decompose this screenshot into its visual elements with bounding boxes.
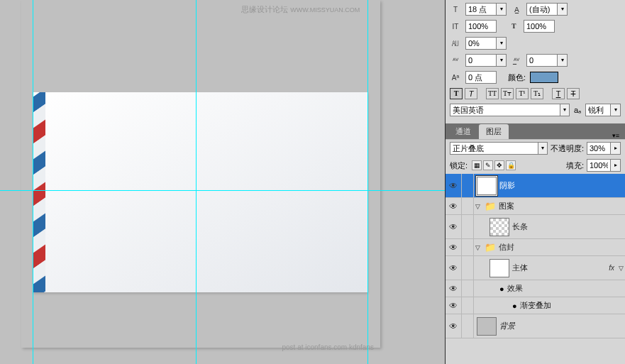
fx-expand-icon[interactable]: ▽ [619, 265, 624, 272]
tracking-v-icon: ᴬ̲ⱽ [511, 55, 522, 65]
hscale-icon: 𝐓 [508, 21, 519, 31]
layer-thumb[interactable] [490, 218, 509, 236]
tab-channels[interactable]: 通道 [448, 124, 478, 139]
opacity-combo[interactable]: ▸ [587, 142, 621, 155]
stripe-pattern [33, 92, 45, 292]
baseline-combo[interactable] [465, 71, 497, 84]
fx-badge[interactable]: fx [609, 264, 614, 272]
lock-transparent-button[interactable]: ▦ [472, 160, 482, 170]
layer-group-pattern[interactable]: 👁 ▽ 📁 图案 [446, 198, 625, 215]
underline-button[interactable]: T [552, 88, 565, 99]
chevron-down-icon[interactable]: ▾ [610, 104, 620, 116]
layer-group-envelope[interactable]: 👁 ▽ 📁 信封 [446, 239, 625, 256]
chevron-down-icon[interactable]: ▾ [496, 4, 506, 15]
chevron-down-icon[interactable]: ▾ [538, 143, 547, 154]
language-combo[interactable]: ▾ [450, 104, 570, 116]
bold-button[interactable]: T [450, 88, 463, 99]
leading-combo[interactable]: ▾ [526, 3, 568, 16]
superscript-button[interactable]: T¹ [516, 88, 529, 99]
lock-all-button[interactable]: 🔒 [506, 160, 516, 170]
character-panel: ⁠T ▾ ⁠A̲ ▾ IT 𝐓 ㍳ ▾ ᴬⱽ ▾ ᴬ̲ⱽ ▾ Aª 颜色: [445, 0, 625, 123]
guide-horizontal[interactable] [0, 190, 445, 191]
panel-menu-icon[interactable]: ▾≡ [612, 132, 619, 139]
tab-layers[interactable]: 图层 [479, 124, 509, 139]
layer-bar[interactable]: 👁 长条 [446, 215, 625, 239]
vscale-icon: IT [450, 21, 461, 31]
layers-panel: 通道 图层 ▾≡ ▾ 不透明度: ▸ 锁定: ▦ ✎ ✥ 🔒 填充: ▸ 👁 [445, 123, 625, 364]
lock-buttons: ▦ ✎ ✥ 🔒 [472, 160, 516, 170]
vscale-combo[interactable] [465, 20, 497, 33]
visibility-icon[interactable]: 👁 [446, 181, 461, 191]
kerning-combo[interactable]: ▾ [465, 54, 507, 67]
tracking-a-combo[interactable]: ▾ [465, 37, 507, 50]
kerning-icon: ᴬⱽ [450, 55, 461, 65]
panel-tabs: 通道 图层 ▾≡ [446, 123, 625, 139]
hscale-combo[interactable] [524, 20, 555, 33]
bullet-icon: ● [499, 285, 504, 293]
guide-vertical[interactable] [196, 0, 197, 364]
chevron-down-icon[interactable]: ▾ [557, 4, 567, 15]
strike-button[interactable]: T [567, 88, 580, 99]
chevron-down-icon[interactable]: ▾ [496, 38, 506, 49]
layer-background[interactable]: 👁 背景 [446, 314, 625, 338]
visibility-icon[interactable]: 👁 [446, 284, 461, 294]
visibility-icon[interactable]: 👁 [446, 263, 461, 273]
smallcaps-button[interactable]: Tᴛ [501, 88, 514, 99]
antialias-combo[interactable]: ▾ [585, 104, 621, 116]
italic-button[interactable]: T [465, 88, 477, 99]
lock-position-button[interactable]: ✥ [494, 160, 504, 170]
visibility-icon[interactable]: 👁 [446, 202, 461, 211]
chevron-down-icon[interactable]: ▸ [610, 143, 620, 154]
lock-label: 锁定: [450, 160, 468, 171]
layer-gradient-overlay[interactable]: 👁 ● 渐变叠加 [446, 297, 625, 314]
chevron-down-icon[interactable]: ▾ [560, 104, 569, 116]
envelope-body [33, 92, 367, 292]
chevron-down-icon[interactable]: ▸ [610, 160, 620, 171]
bullet-icon: ● [512, 302, 517, 310]
expand-icon[interactable]: ▽ [475, 203, 480, 210]
expand-icon[interactable]: ▽ [475, 244, 480, 251]
chevron-down-icon[interactable]: ▾ [557, 55, 567, 66]
guide-vertical-left[interactable] [33, 0, 33, 364]
layer-thumb[interactable] [490, 259, 509, 277]
right-panels: ⁠T ▾ ⁠A̲ ▾ IT 𝐓 ㍳ ▾ ᴬⱽ ▾ ᴬ̲ⱽ ▾ Aª 颜色: [445, 0, 625, 364]
fill-combo[interactable]: ▸ [587, 159, 621, 172]
color-swatch[interactable] [530, 72, 558, 83]
opacity-label: 不透明度: [551, 143, 584, 154]
color-label: 颜色: [508, 72, 526, 83]
tracking-v-combo[interactable]: ▾ [526, 54, 568, 67]
guide-vertical-right[interactable] [367, 0, 368, 364]
chevron-down-icon[interactable]: ▾ [496, 55, 506, 66]
baseline-icon: Aª [450, 72, 461, 82]
subscript-button[interactable]: T₁ [531, 88, 543, 99]
footer-watermark: post at iconfans.com kdnfans [282, 343, 374, 351]
visibility-icon[interactable]: 👁 [446, 301, 461, 311]
blend-mode-combo[interactable]: ▾ [450, 142, 548, 155]
visibility-icon[interactable]: 👁 [446, 321, 461, 331]
folder-icon: 📁 [485, 242, 496, 253]
font-size-combo[interactable]: ▾ [465, 3, 507, 16]
layer-thumb[interactable] [477, 317, 497, 336]
layer-tree: 👁 阴影 👁 ▽ 📁 图案 👁 长条 👁 ▽ 📁 信封 [446, 174, 625, 364]
layer-thumb[interactable] [477, 177, 497, 195]
lock-pixels-button[interactable]: ✎ [483, 160, 493, 170]
watermark: 思缘设计论坛 WWW.MISSYUAN.COM [241, 4, 360, 15]
allcaps-button[interactable]: TT [486, 88, 499, 99]
font-size-icon: ⁠T [450, 4, 461, 14]
folder-icon: 📁 [485, 201, 496, 211]
layer-effects[interactable]: 👁 ● 效果 [446, 280, 625, 297]
leading-icon: ⁠A̲ [511, 4, 522, 14]
tracking-icon: ㍳ [450, 38, 461, 48]
fill-label: 填充: [566, 160, 584, 171]
visibility-icon[interactable]: 👁 [446, 222, 461, 232]
visibility-icon[interactable]: 👁 [446, 243, 461, 253]
layer-shadow[interactable]: 👁 阴影 [446, 174, 625, 198]
aa-prefix: aₐ [574, 106, 581, 115]
layer-body[interactable]: 👁 主体 fx ▽ [446, 256, 625, 280]
canvas-area[interactable]: 思缘设计论坛 WWW.MISSYUAN.COM post at iconfans… [0, 0, 445, 364]
